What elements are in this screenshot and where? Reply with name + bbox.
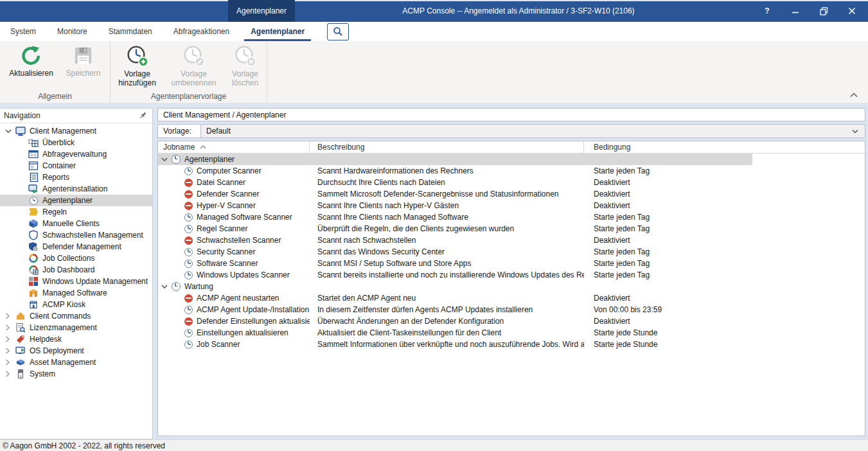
chevron-right-icon[interactable] [5, 312, 15, 320]
chevron-right-icon[interactable] [5, 335, 15, 343]
chevron-down-icon [852, 128, 860, 134]
asset-icon [15, 357, 26, 367]
table-row[interactable]: Regel Scanner Überprüft die Regeln, die … [158, 223, 752, 234]
copyright-text: © Aagon GmbH 2002 - 2022, all rights res… [3, 441, 165, 450]
table-row[interactable]: Defender Einstellungen aktualisie... Übe… [158, 315, 752, 327]
sidebar-item-manuelle-clients[interactable]: Manuelle Clients [0, 218, 152, 229]
sidebar-item-acmp-kiosk[interactable]: ACMP Kiosk [0, 299, 152, 310]
menu-monitore[interactable]: Monitore [55, 22, 90, 41]
agent-install-icon [28, 184, 39, 194]
sidebar-item-windows-update-management[interactable]: Windows Update Management [0, 276, 152, 287]
sidebar-item-lizenzmanagement[interactable]: Lizenzmanagement [0, 322, 152, 333]
restore-icon [820, 7, 828, 15]
close-button[interactable] [842, 3, 862, 19]
sidebar-item-managed-software[interactable]: Managed Software [0, 287, 152, 299]
table-group-row[interactable]: Wartung [158, 281, 752, 292]
sidebar-item-system[interactable]: System [0, 368, 152, 380]
sort-ascending-icon [200, 145, 206, 149]
sidebar-item-job-collections[interactable]: Job Collections [0, 252, 152, 264]
chevron-right-icon[interactable] [5, 358, 15, 366]
help-button[interactable]: ? [757, 3, 777, 19]
sidebar-item-client-management[interactable]: Client Management [0, 125, 152, 137]
menubar: System Monitore Stammdaten Abfrageaktion… [0, 22, 868, 41]
chevron-right-icon[interactable] [5, 370, 15, 378]
pin-icon[interactable] [138, 111, 148, 121]
navigation-header: Navigation [0, 109, 152, 123]
minimize-button[interactable] [786, 3, 805, 19]
refresh-button[interactable]: Aktualisieren [4, 45, 58, 78]
statusbar: © Aagon GmbH 2002 - 2022, all rights res… [0, 439, 868, 451]
navigation-tree: Client Management Überblick Abfrageverwa… [0, 123, 152, 380]
template-value: Default [206, 127, 852, 136]
table-row[interactable]: Einstellungen aktualisieren Aktualisiert… [158, 327, 752, 339]
minimize-icon [792, 7, 799, 15]
table-row[interactable]: Security Scanner Scannt das Windows Secu… [158, 246, 752, 258]
sidebar-item-regeln[interactable]: Regeln [0, 206, 152, 218]
menu-agentenplaner[interactable]: Agentenplaner [248, 22, 307, 41]
table-row[interactable]: Job Scanner Sammelt Informationen über v… [158, 339, 752, 350]
search-icon [333, 26, 343, 37]
overview-icon [28, 137, 39, 148]
query-management-icon [28, 149, 39, 159]
chevron-down-icon[interactable] [161, 284, 170, 289]
table-row[interactable]: Managed Software Scanner Scannt Ihre Cli… [158, 211, 752, 223]
sidebar-item-ueberblick[interactable]: Überblick [0, 137, 152, 148]
system-tower-icon [15, 369, 26, 379]
deactivated-icon [184, 317, 193, 326]
column-header-bedingung[interactable]: Bedingung [584, 141, 752, 153]
table-row[interactable]: Datei Scanner Durchsucht Ihre Clients na… [158, 177, 752, 188]
sidebar-item-defender-management[interactable]: Defender Management [0, 241, 152, 252]
chevron-up-icon [850, 93, 858, 98]
sidebar-item-agentenplaner[interactable]: Agentenplaner [0, 195, 152, 206]
cube-icon [28, 218, 39, 229]
table-row[interactable]: Defender Scanner Sammelt Microsoft Defen… [158, 188, 752, 200]
table-row[interactable]: Schwachstellen Scanner Scannt nach Schwa… [158, 234, 752, 246]
sidebar-item-container[interactable]: Container [0, 160, 152, 172]
sidebar-item-helpdesk[interactable]: Helpdesk [0, 333, 152, 345]
titlebar-active-tab[interactable]: Agentenplaner [228, 0, 295, 22]
sidebar-item-schwachstellen-management[interactable]: Schwachstellen Management [0, 229, 152, 241]
chevron-right-icon[interactable] [5, 347, 15, 355]
template-add-button[interactable]: Vorlage hinzufügen [113, 45, 162, 87]
table-row[interactable]: Computer Scanner Scannt Hardwareinformat… [158, 165, 752, 177]
table-row[interactable]: Hyper-V Scanner Scannt Ihre Clients nach… [158, 200, 752, 211]
table-row[interactable]: ACMP Agent neustarten Startet den ACMP A… [158, 292, 752, 304]
sidebar-item-client-commands[interactable]: Client Commands [0, 310, 152, 322]
restore-button[interactable] [814, 3, 833, 19]
search-button[interactable] [327, 23, 349, 40]
chevron-down-icon[interactable] [5, 127, 15, 135]
deactivated-icon [184, 179, 193, 187]
navigation-title: Navigation [4, 111, 138, 120]
sidebar-item-os-deployment[interactable]: OS Deployment [0, 345, 152, 357]
container-icon [28, 161, 39, 171]
deactivated-icon [184, 190, 193, 199]
table-row[interactable]: ACMP Agent Update-/Installation... In di… [158, 304, 752, 315]
template-dropdown[interactable]: Default [200, 125, 865, 137]
sidebar-item-asset-management[interactable]: Asset Management [0, 357, 152, 368]
ribbon-group-label: Agentenplanervorlage [111, 92, 267, 101]
save-button: Speichern [61, 45, 106, 78]
deactivated-icon [184, 236, 193, 245]
table-row[interactable]: Software Scanner Scannt MSI / Setup Soft… [158, 258, 752, 269]
acmp-console-window: Agentenplaner ACMP Console -- Angemeldet… [0, 0, 868, 451]
chevron-down-icon[interactable] [161, 157, 170, 162]
column-header-beschreibung[interactable]: Beschreibung [310, 141, 584, 153]
tag-icon [15, 334, 26, 344]
sidebar-item-abfrageverwaltung[interactable]: Abfrageverwaltung [0, 148, 152, 160]
sidebar-item-job-dashboard[interactable]: Job Dashboard [0, 264, 152, 276]
menu-system[interactable]: System [8, 22, 39, 41]
sidebar-item-reports[interactable]: Reports [0, 172, 152, 183]
template-selector-row: Vorlage: Default [157, 124, 865, 138]
sidebar-item-agenteninstallation[interactable]: Agenteninstallation [0, 183, 152, 195]
ribbon-collapse-button[interactable] [849, 91, 859, 99]
clock-icon [184, 248, 193, 256]
column-header-jobname[interactable]: Jobname [158, 141, 310, 153]
clock-icon [172, 282, 181, 291]
clock-icon [184, 340, 193, 349]
clock-icon [184, 260, 193, 268]
table-group-row[interactable]: Agentenplaner [158, 154, 752, 165]
menu-stammdaten[interactable]: Stammdaten [106, 22, 155, 41]
menu-abfrageaktionen[interactable]: Abfrageaktionen [171, 22, 232, 41]
table-row[interactable]: Windows Updates Scanner Scannt bereits i… [158, 269, 752, 281]
chevron-right-icon[interactable] [5, 324, 15, 332]
